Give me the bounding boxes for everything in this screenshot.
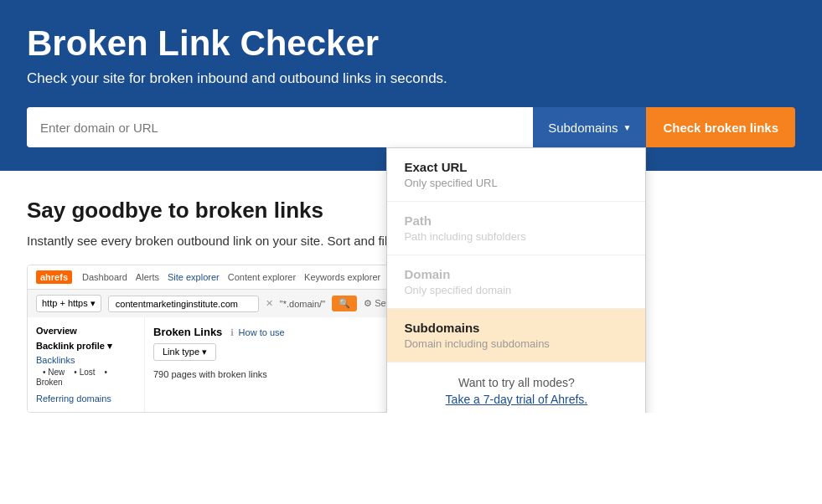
mock-link-type-filter[interactable]: Link type ▾: [153, 343, 216, 361]
mock-search-button[interactable]: 🔍: [332, 296, 357, 311]
dropdown-item-subdomains-title: Subdomains: [404, 321, 628, 335]
mock-link-new[interactable]: • New: [43, 368, 65, 377]
mock-how-to-icon: ℹ: [230, 327, 234, 337]
dropdown-item-domain: Domain Only specified domain: [387, 255, 645, 309]
dropdown-item-domain-desc: Only specified domain: [404, 284, 628, 296]
mock-link-backlinks[interactable]: Backlinks: [36, 355, 136, 365]
mock-url-input[interactable]: contentmarketinginstitute.com: [108, 296, 259, 312]
mock-how-to-link[interactable]: How to use: [239, 327, 285, 337]
mock-wildcard: "*.domain/": [280, 299, 325, 309]
search-area: Subdomains ▼ Exact URL Only specified UR…: [0, 107, 822, 171]
subdomains-dropdown-button[interactable]: Subdomains ▼: [533, 107, 646, 147]
dropdown-item-path: Path Path including subfolders: [387, 202, 645, 255]
page-title: Broken Link Checker: [27, 23, 795, 64]
dropdown-item-exact-url-title: Exact URL: [404, 160, 628, 174]
dropdown-item-domain-title: Domain: [404, 267, 628, 281]
dropdown-footer-text: Want to try all modes?: [404, 376, 628, 389]
header: Broken Link Checker Check your site for …: [0, 0, 822, 107]
check-broken-links-button[interactable]: Check broken links: [646, 107, 795, 147]
mock-link-lost[interactable]: • Lost: [74, 368, 95, 377]
dropdown-item-exact-url[interactable]: Exact URL Only specified URL: [387, 148, 645, 202]
mock-sidebar: Overview Backlink profile ▾ Backlinks • …: [28, 317, 145, 412]
scope-dropdown-menu: Exact URL Only specified URL Path Path i…: [386, 147, 646, 413]
mock-nav-dashboard[interactable]: Dashboard: [82, 272, 127, 283]
mock-nav-site-explorer[interactable]: Site explorer: [168, 272, 220, 283]
mock-nav-keywords[interactable]: Keywords explorer: [304, 272, 380, 283]
ahrefs-logo: ahrefs: [36, 270, 72, 284]
dropdown-label: Subdomains: [548, 121, 618, 135]
page-subtitle: Check your site for broken inbound and o…: [27, 70, 795, 87]
mock-referring-domains[interactable]: Referring domains: [36, 393, 136, 404]
search-input[interactable]: [27, 107, 533, 147]
mock-nav-content-explorer[interactable]: Content explorer: [228, 272, 296, 283]
dropdown-item-path-title: Path: [404, 213, 628, 228]
mock-overview-label: Overview: [36, 326, 136, 336]
trial-link[interactable]: Take a 7-day trial of Ahrefs.: [446, 393, 588, 406]
dropdown-item-path-desc: Path including subfolders: [404, 230, 628, 243]
search-bar-container: Subdomains ▼ Exact URL Only specified UR…: [27, 107, 795, 147]
dropdown-item-exact-url-desc: Only specified URL: [404, 177, 628, 189]
dropdown-wrapper: Subdomains ▼ Exact URL Only specified UR…: [533, 107, 646, 147]
dropdown-item-subdomains-desc: Domain including subdomains: [404, 337, 628, 350]
mock-close-icon: ✕: [266, 298, 273, 309]
chevron-down-icon: ▼: [623, 123, 632, 132]
dropdown-item-subdomains[interactable]: Subdomains Domain including subdomains: [387, 309, 645, 363]
mock-http-selector[interactable]: http + https ▾: [36, 295, 101, 312]
dropdown-footer: Want to try all modes? Take a 7-day tria…: [387, 363, 645, 413]
mock-backlink-profile[interactable]: Backlink profile ▾: [36, 341, 136, 352]
mock-nav-alerts[interactable]: Alerts: [136, 272, 159, 283]
